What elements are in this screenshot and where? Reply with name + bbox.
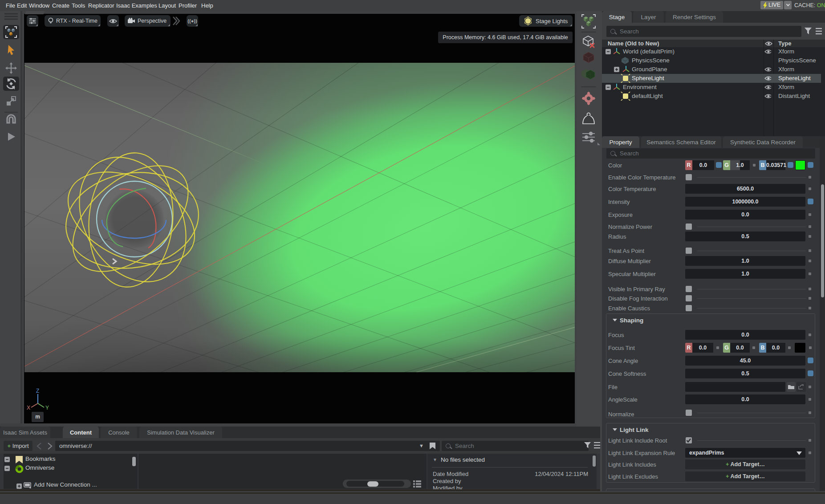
svg-text:Y: Y [45, 405, 49, 411]
svg-text:X: X [27, 405, 30, 411]
svg-text:Z: Z [36, 388, 39, 394]
